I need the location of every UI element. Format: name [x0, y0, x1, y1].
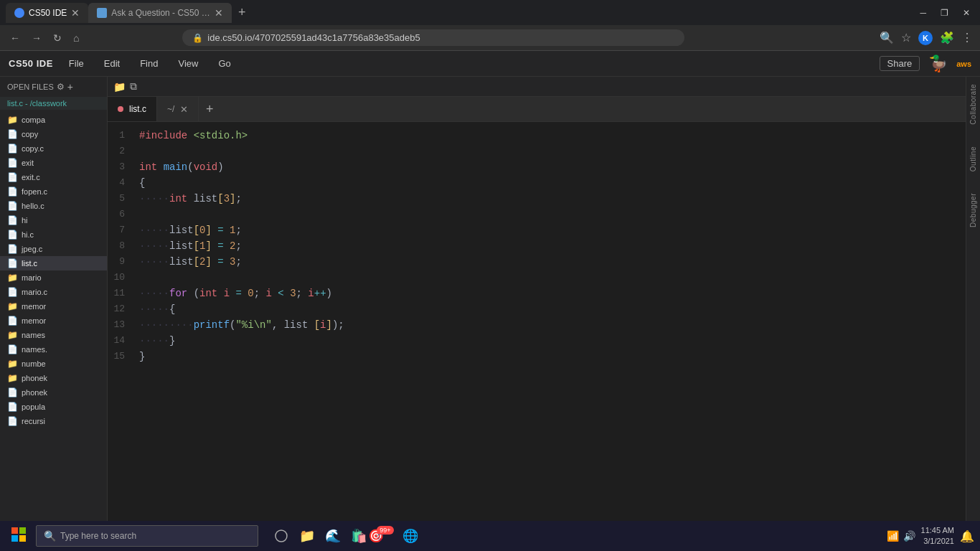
list-item[interactable]: 📁 memor — [0, 299, 107, 314]
editor-tab-shell[interactable]: ~/ ✕ — [157, 97, 199, 121]
code-line-3: 3 int main(void) — [108, 159, 966, 175]
right-sidebar: Collaborate Outline Debugger — [966, 77, 980, 521]
line-num-3: 3 — [108, 159, 136, 175]
search-icon[interactable]: 🔍 — [880, 31, 894, 44]
taskbar-chrome[interactable]: 🌐 — [399, 524, 422, 547]
list-item[interactable]: 📄 jpeg.c — [0, 242, 107, 256]
code-line-12: 12 ·····{ — [108, 301, 966, 317]
list-item[interactable]: 📁 compa — [0, 113, 107, 127]
taskbar-search[interactable]: 🔍 Type here to search — [36, 525, 258, 547]
notification-icon[interactable]: 🔔 — [960, 529, 974, 543]
taskbar-task-view[interactable] — [270, 524, 293, 547]
add-tab-button[interactable]: + — [199, 97, 220, 121]
file-name-names1: names — [22, 331, 45, 339]
taskbar-file-explorer[interactable]: 📁 — [296, 524, 319, 547]
list-item[interactable]: 📄 recursi — [0, 414, 107, 428]
home-button[interactable]: ⌂ — [70, 31, 82, 45]
bookmark-icon[interactable]: ☆ — [901, 31, 911, 44]
url-bar[interactable]: 🔒 ide.cs50.io/4707025591ad43c1a7756a83e3… — [182, 29, 684, 46]
sidebar-settings-icon[interactable]: ⚙ — [57, 82, 65, 92]
folder-button[interactable]: 📁 — [113, 81, 126, 93]
list-item[interactable]: 📄 popula — [0, 400, 107, 414]
tab-close-se[interactable]: ✕ — [215, 7, 223, 19]
file-icon-numbe: 📁 — [7, 359, 18, 369]
list-item[interactable]: 📄 exit — [0, 156, 107, 170]
minimize-button[interactable]: ─ — [915, 6, 930, 19]
file-name-memor1: memor — [22, 302, 46, 311]
tab-stack-exchange[interactable]: Ask a Question - CS50 Stack Exch... ✕ — [88, 3, 232, 23]
taskbar-center-icons: 📁 🌊 🛍️ 🎯 99+ 🌐 — [270, 524, 422, 547]
tab-close-cs50[interactable]: ✕ — [71, 7, 80, 19]
share-button[interactable]: Share — [880, 56, 920, 71]
refresh-button[interactable]: ↻ — [50, 31, 65, 45]
file-name-copyc: copy.c — [22, 144, 44, 153]
file-icon-compa: 📁 — [7, 115, 18, 125]
file-icon-copyc: 📄 — [7, 143, 18, 154]
file-name-helloc: hello.c — [22, 202, 44, 210]
code-line-9: 9 ·····list[2] = 3; — [108, 254, 966, 270]
list-item[interactable]: 📄 phonek — [0, 385, 107, 400]
lock-icon: 🔒 — [192, 33, 203, 43]
taskbar-edge[interactable]: 🌊 — [321, 524, 344, 547]
list-item[interactable]: 📁 mario — [0, 270, 107, 285]
list-item[interactable]: 📄 copy.c — [0, 141, 107, 156]
list-item[interactable]: 📄 fopen.c — [0, 184, 107, 199]
list-item[interactable]: 📄 memor — [0, 314, 107, 328]
menu-edit[interactable]: Edit — [100, 55, 124, 72]
tab-cs50-ide[interactable]: CS50 IDE ✕ — [6, 3, 88, 23]
extensions-icon[interactable]: 🧩 — [940, 31, 954, 44]
list-item[interactable]: 📁 names — [0, 328, 107, 342]
editor-tab-listc[interactable]: list.c — [108, 97, 157, 121]
menu-icon[interactable]: ⋮ — [961, 31, 973, 44]
taskbar-app1[interactable]: 🎯 99+ — [373, 524, 396, 547]
sidebar-add-icon[interactable]: + — [67, 81, 73, 93]
outline-label[interactable]: Outline — [969, 146, 977, 171]
debugger-label[interactable]: Debugger — [969, 193, 977, 227]
line-num-9: 9 — [108, 254, 136, 270]
profile-icon[interactable]: K — [918, 31, 933, 45]
list-item[interactable]: 📄 hi — [0, 213, 107, 227]
menu-view[interactable]: View — [174, 55, 202, 72]
list-item[interactable]: 📄 hello.c — [0, 199, 107, 213]
split-button[interactable]: ⧉ — [130, 80, 137, 93]
taskbar-store[interactable]: 🛍️ — [347, 524, 370, 547]
list-item[interactable]: 📄 mario.c — [0, 285, 107, 299]
file-name-names2: names. — [22, 345, 47, 354]
network-icon[interactable]: 📶 — [887, 530, 899, 542]
url-text: ide.cs50.io/4707025591ad43c1a7756a83e35a… — [207, 32, 420, 43]
file-icon-recursi: 📄 — [7, 416, 18, 426]
collaborate-label[interactable]: Collaborate — [969, 84, 977, 125]
new-tab-button[interactable]: + — [232, 3, 252, 23]
menu-file[interactable]: File — [65, 55, 88, 72]
list-item[interactable]: 📁 phonek — [0, 371, 107, 385]
code-line-15: 15 } — [108, 349, 966, 364]
list-item[interactable]: 📄 hi.c — [0, 227, 107, 242]
list-item[interactable]: 📄 copy — [0, 127, 107, 141]
editor-tabs: list.c ~/ ✕ + — [108, 97, 966, 122]
list-item[interactable]: 📄 exit.c — [0, 170, 107, 184]
list-item[interactable]: 📄 names. — [0, 342, 107, 357]
file-icon-fopenc: 📄 — [7, 187, 18, 197]
menu-find[interactable]: Find — [136, 55, 162, 72]
forward-button[interactable]: → — [29, 31, 44, 45]
list-item[interactable]: 📁 numbe — [0, 357, 107, 371]
line-num-10: 10 — [108, 270, 136, 286]
code-line-2: 2 — [108, 143, 966, 159]
back-button[interactable]: ← — [7, 31, 23, 45]
code-editor[interactable]: 1 #include <stdio.h> 2 3 int main(void) … — [108, 122, 966, 521]
menu-go[interactable]: Go — [214, 55, 235, 72]
editor-tab-dot — [118, 106, 123, 112]
volume-icon[interactable]: 🔊 — [903, 530, 915, 542]
shell-tab-close[interactable]: ✕ — [180, 104, 188, 115]
file-name-exitc: exit.c — [22, 173, 40, 182]
line-num-15: 15 — [108, 349, 136, 364]
start-button[interactable] — [6, 523, 32, 549]
tab-title-cs50: CS50 IDE — [29, 8, 67, 18]
close-button[interactable]: ✕ — [958, 6, 974, 19]
list-item[interactable]: 📄 list.c — [0, 256, 107, 270]
line-num-12: 12 — [108, 301, 136, 317]
file-icon-phonek1: 📁 — [7, 373, 18, 383]
clock-area: 11:45 AM 3/1/2021 — [921, 525, 954, 547]
maximize-button[interactable]: ❐ — [936, 6, 953, 19]
file-name-marioc: mario.c — [22, 288, 47, 296]
